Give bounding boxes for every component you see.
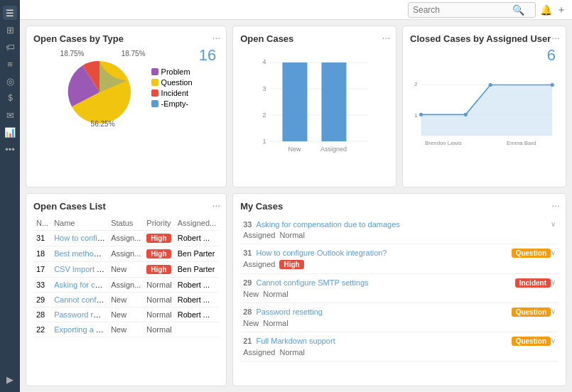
case-priority: High: [144, 246, 174, 261]
table-row[interactable]: 22 Exporting a report to Xls... New Norm…: [33, 322, 219, 337]
case-priority: High: [144, 230, 174, 246]
case-priority: Normal: [144, 307, 174, 322]
case-name[interactable]: Exporting a report to Xls...: [51, 322, 108, 337]
open-cases-type-total: 16: [199, 46, 216, 65]
priority-normal: Normal: [146, 281, 171, 289]
my-case-item[interactable]: 21 Full Markdown support Question Assign…: [240, 332, 558, 361]
legend-dot-empty: [151, 100, 158, 107]
svg-marker-17: [421, 85, 553, 135]
table-row[interactable]: 28 Password resetting New Normal Robert …: [33, 307, 219, 322]
line-chart: 2 1 Brendon Lewis: [410, 48, 558, 162]
legend-label-empty: -Empty-: [161, 99, 189, 108]
case-assigned: Robert ...: [175, 277, 219, 292]
my-case-item[interactable]: 31 How to configure Outlook integration?…: [240, 244, 558, 274]
case-assigned: Ben Parter: [175, 246, 219, 261]
sidebar-icon-tag[interactable]: 🏷: [3, 40, 17, 54]
pie-label-left: 18.75%: [60, 50, 85, 58]
priority-badge: High: [146, 249, 171, 258]
svg-rect-8: [283, 62, 308, 141]
svg-text:Emma Bard: Emma Bard: [507, 140, 536, 146]
my-cases-title: My Cases: [240, 201, 558, 212]
svg-point-18: [419, 113, 423, 116]
add-icon[interactable]: ＋: [556, 4, 566, 16]
sidebar-icon-mail[interactable]: ✉: [3, 108, 17, 122]
sidebar-icon-chart[interactable]: 📊: [3, 125, 17, 139]
legend-empty: -Empty-: [151, 99, 193, 108]
search-input[interactable]: [413, 5, 512, 15]
case-name[interactable]: How to configure Outloo...: [51, 230, 108, 246]
case-status: New: [108, 307, 144, 322]
case-status: Assign...: [108, 277, 144, 292]
my-cases-list[interactable]: 33 Asking for compensation due to damage…: [240, 216, 558, 361]
open-cases-table-container[interactable]: N... Name Status Priority Assigned... 31…: [33, 216, 219, 337]
legend-label-problem: Problem: [161, 67, 190, 76]
case-status: Assign...: [108, 246, 144, 261]
closed-cases-card: Closed Cases by Assigned User ··· 6 2 1: [402, 26, 566, 187]
open-cases-type-menu[interactable]: ···: [212, 32, 221, 43]
svg-text:2: 2: [263, 111, 266, 119]
case-num: 17: [33, 261, 51, 277]
sidebar-icon-circle[interactable]: ◎: [3, 74, 17, 88]
sidebar-icon-list[interactable]: ≡: [3, 57, 17, 71]
open-cases-list-card: Open Cases List ··· N... Name Status Pri…: [26, 193, 227, 387]
legend-dot-question: [151, 79, 158, 86]
chevron-icon: ∨: [551, 278, 556, 286]
case-name[interactable]: Asking for compensatio...: [51, 277, 108, 292]
my-case-number: 33: [243, 220, 252, 229]
my-case-number: 29: [243, 278, 252, 287]
open-cases-menu[interactable]: ···: [382, 32, 390, 43]
my-case-item[interactable]: 33 Asking for compensation due to damage…: [240, 216, 558, 244]
my-case-status: Assigned: [243, 348, 275, 356]
closed-cases-menu[interactable]: ···: [551, 32, 560, 43]
table-row[interactable]: 31 How to configure Outloo... Assign... …: [33, 230, 219, 246]
sidebar-icon-more[interactable]: •••: [3, 142, 17, 156]
my-case-item[interactable]: 29 Cannot configure SMTP settings Incide…: [240, 274, 558, 303]
pie-chart-container: 18.75% 18.75% 56.25%: [33, 50, 219, 128]
open-cases-list-title: Open Cases List: [33, 201, 219, 212]
case-name[interactable]: Cannot configure SMTP ...: [51, 292, 108, 307]
my-case-status: New: [243, 290, 259, 298]
case-num: 18: [33, 246, 51, 261]
case-name[interactable]: Password resetting: [51, 307, 108, 322]
my-case-title: How to configure Outlook integration?: [256, 249, 507, 257]
open-cases-list-menu[interactable]: ···: [212, 200, 221, 211]
my-case-item[interactable]: 28 Password resetting Question New Norma…: [240, 303, 558, 332]
notification-icon[interactable]: 🔔: [540, 4, 552, 16]
case-status: New: [108, 322, 144, 337]
case-num: 28: [33, 307, 51, 322]
table-row[interactable]: 17 CSV Import of customer ... New High B…: [33, 261, 219, 277]
my-case-number: 28: [243, 307, 252, 316]
case-status: New: [108, 261, 144, 277]
case-tag: Question: [512, 337, 551, 346]
table-row[interactable]: 33 Asking for compensatio... Assign... N…: [33, 277, 219, 292]
chevron-icon: ∨: [551, 337, 556, 344]
case-name[interactable]: Best method for repeati...: [51, 246, 108, 261]
open-cases-card: Open Cases ··· 4 3 2 1: [232, 26, 396, 187]
sidebar-icon-expand[interactable]: ▶: [3, 372, 17, 386]
case-num: 33: [33, 277, 51, 292]
case-num: 29: [33, 292, 51, 307]
my-case-title: Cannot configure SMTP settings: [256, 278, 510, 287]
sidebar-icon-menu[interactable]: ☰: [3, 6, 17, 20]
open-cases-by-type-card: Open Cases by Type ··· 16 18.75% 18.75%: [26, 26, 227, 187]
svg-text:New: New: [288, 146, 302, 153]
case-priority: Normal: [144, 277, 174, 292]
search-icon[interactable]: 🔍: [512, 4, 524, 16]
topbar: 🔍 🔔 ＋: [20, 0, 572, 20]
my-case-status: New: [243, 319, 259, 327]
sidebar-icon-dollar[interactable]: ＄: [3, 91, 17, 105]
my-case-number: 31: [243, 249, 252, 257]
case-priority: High: [144, 261, 174, 277]
sidebar-icon-grid[interactable]: ⊞: [3, 23, 17, 37]
bar-chart: 4 3 2 1 New Assigned: [240, 48, 389, 162]
case-tag: Incident: [515, 278, 551, 288]
table-row[interactable]: 18 Best method for repeati... Assign... …: [33, 246, 219, 261]
search-box[interactable]: 🔍: [408, 2, 536, 18]
legend-problem: Problem: [151, 67, 193, 76]
my-cases-menu[interactable]: ···: [551, 200, 560, 211]
table-row[interactable]: 29 Cannot configure SMTP ... New Normal …: [33, 292, 219, 307]
svg-point-19: [464, 113, 468, 116]
legend-dot-incident: [151, 89, 158, 97]
case-name[interactable]: CSV Import of customer ...: [51, 261, 108, 277]
case-assigned: Ben Parter: [175, 261, 219, 277]
